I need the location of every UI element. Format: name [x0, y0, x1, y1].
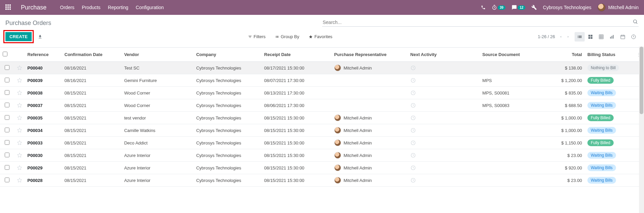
star-icon[interactable] [17, 153, 22, 158]
activity-timer-icon[interactable]: 39 [492, 5, 505, 10]
breadcrumb: Purchase Orders [5, 20, 51, 27]
activity-clock-icon[interactable] [410, 140, 477, 145]
view-kanban-icon[interactable] [585, 32, 595, 42]
phone-icon[interactable] [481, 5, 486, 10]
orders-table: Reference Confirmation Date Vendor Compa… [0, 48, 644, 187]
create-button[interactable]: CREATE [5, 32, 32, 41]
col-confirmation[interactable]: Confirmation Date [62, 48, 121, 62]
row-checkbox[interactable] [5, 128, 9, 132]
row-checkbox[interactable] [5, 65, 9, 70]
activity-clock-icon[interactable] [410, 78, 477, 83]
row-checkbox[interactable] [5, 90, 9, 95]
table-row[interactable]: P00030 08/15/2021 Azure Interior Cybrosy… [0, 149, 644, 162]
cell-rep: Mitchell Admin [334, 139, 405, 146]
view-calendar-icon[interactable] [618, 32, 628, 42]
star-icon[interactable] [17, 115, 22, 121]
nav-reporting[interactable]: Reporting [108, 5, 128, 10]
table-row[interactable]: P00037 08/15/2021 Wood Corner Cybrosys T… [0, 99, 644, 112]
table-row[interactable]: P00040 08/16/2021 Test SC Cybrosys Techn… [0, 62, 644, 74]
vertical-scrollbar[interactable] [639, 47, 644, 187]
col-rep[interactable]: Purchase Representative [332, 48, 408, 62]
app-brand[interactable]: Purchase [21, 4, 47, 11]
table-row[interactable]: P00035 08/15/2021 test vendor Cybrosys T… [0, 112, 644, 124]
table-row[interactable]: P00028 08/15/2021 Azure Interior Cybrosy… [0, 174, 644, 187]
star-icon[interactable] [17, 78, 22, 83]
debug-icon[interactable] [531, 5, 537, 10]
cell-source [480, 174, 554, 187]
col-activity[interactable]: Next Activity [408, 48, 480, 62]
apps-icon[interactable] [5, 4, 11, 10]
discuss-icon[interactable]: 12 [512, 5, 525, 10]
star-icon[interactable] [17, 165, 22, 170]
row-checkbox[interactable] [5, 165, 9, 170]
row-checkbox[interactable] [5, 115, 9, 120]
table-row[interactable]: P00039 08/16/2021 Gemini Furniture Cybro… [0, 74, 644, 87]
avatar-icon [597, 3, 606, 11]
groupby-toggle[interactable]: Group By [275, 34, 299, 39]
company-switcher[interactable]: Cybrosys Technologies [543, 5, 591, 10]
table-row[interactable]: P00033 08/15/2021 Deco Addict Cybrosys T… [0, 137, 644, 149]
nav-products[interactable]: Products [82, 5, 100, 10]
activity-clock-icon[interactable] [410, 128, 477, 133]
avatar-icon [334, 64, 341, 71]
create-highlight: CREATE [3, 30, 34, 43]
search-icon[interactable] [633, 19, 638, 24]
cell-reference: P00038 [27, 90, 42, 96]
row-checkbox[interactable] [5, 153, 9, 157]
cell-vendor: Azure Interior [121, 174, 193, 187]
row-checkbox[interactable] [5, 78, 9, 82]
scrollbar-thumb[interactable] [640, 47, 643, 114]
pager-value[interactable]: 1-26 / 26 [538, 34, 555, 39]
pager-prev-icon[interactable] [559, 34, 562, 39]
import-button[interactable] [38, 34, 42, 39]
cell-total: $ 835.00 [554, 87, 585, 99]
activity-clock-icon[interactable] [410, 178, 477, 183]
col-vendor[interactable]: Vendor [121, 48, 193, 62]
select-all-checkbox[interactable] [3, 52, 7, 56]
row-checkbox[interactable] [5, 178, 9, 182]
cell-reference: P00033 [27, 140, 42, 145]
cell-company: Cybrosys Technologies [193, 162, 262, 174]
col-reference[interactable]: Reference [25, 48, 62, 62]
cell-company: Cybrosys Technologies [193, 124, 262, 137]
status-badge: Fully Billed [587, 77, 614, 84]
star-icon[interactable] [17, 140, 22, 145]
activity-clock-icon[interactable] [410, 165, 477, 170]
activity-clock-icon[interactable] [410, 65, 477, 71]
cell-total: $ 688.50 [554, 99, 585, 112]
star-icon[interactable] [17, 128, 22, 133]
col-status[interactable]: Billing Status [585, 48, 634, 62]
row-checkbox[interactable] [5, 103, 9, 107]
cell-receipt: 08/06/2021 17:30:00 [262, 99, 332, 112]
favorites-label: Favorites [314, 34, 332, 39]
activity-clock-icon[interactable] [410, 153, 477, 158]
cell-source: MPS, S00083 [480, 99, 554, 112]
search-input[interactable] [322, 18, 639, 27]
pager-next-icon[interactable] [566, 34, 570, 39]
favorites-toggle[interactable]: Favorites [309, 34, 332, 39]
col-company[interactable]: Company [193, 48, 262, 62]
view-activity-icon[interactable] [628, 32, 639, 42]
table-row[interactable]: P00029 08/15/2021 Azure Interior Cybrosy… [0, 162, 644, 174]
star-icon[interactable] [17, 65, 22, 71]
col-total[interactable]: Total [554, 48, 585, 62]
star-icon[interactable] [17, 103, 22, 108]
activity-clock-icon[interactable] [410, 103, 477, 108]
row-checkbox[interactable] [5, 140, 9, 145]
table-row[interactable]: P00038 08/15/2021 Wood Corner Cybrosys T… [0, 87, 644, 99]
view-pivot-icon[interactable] [596, 32, 606, 42]
filters-toggle[interactable]: Filters [248, 34, 266, 39]
cell-rep: Mitchell Admin [334, 177, 405, 184]
activity-clock-icon[interactable] [410, 115, 477, 121]
view-graph-icon[interactable] [607, 32, 617, 42]
star-icon[interactable] [17, 90, 22, 96]
activity-clock-icon[interactable] [410, 90, 477, 96]
col-receipt[interactable]: Receipt Date [262, 48, 332, 62]
nav-configuration[interactable]: Configuration [136, 5, 164, 10]
star-icon[interactable] [17, 178, 22, 183]
nav-orders[interactable]: Orders [60, 5, 74, 10]
view-list-icon[interactable] [575, 32, 585, 42]
col-source[interactable]: Source Document [480, 48, 554, 62]
user-menu[interactable]: Mitchell Admin [597, 3, 639, 11]
table-row[interactable]: P00034 08/15/2021 Camille Watkins Cybros… [0, 124, 644, 137]
